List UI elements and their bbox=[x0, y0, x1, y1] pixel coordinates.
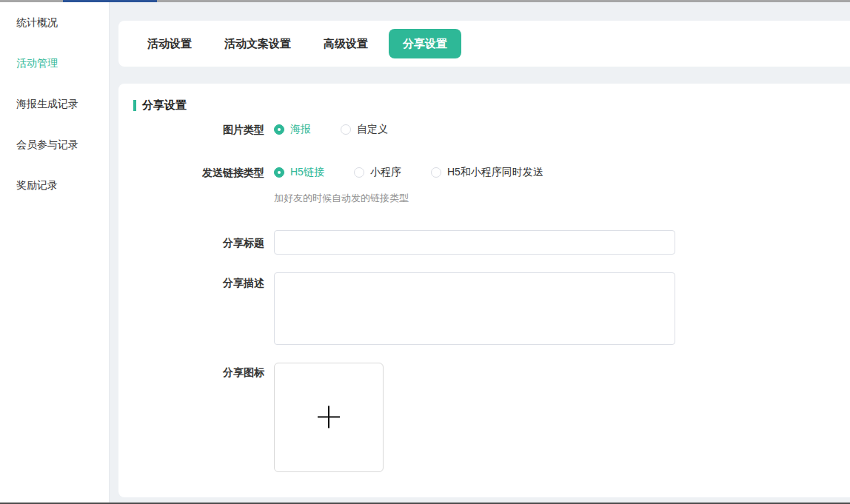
radio-label-h5-link: H5链接 bbox=[290, 166, 324, 179]
radio-option-custom[interactable]: 自定义 bbox=[341, 123, 388, 136]
sidebar-item-member-participation-records[interactable]: 会员参与记录 bbox=[0, 124, 109, 165]
radio-option-poster[interactable]: 海报 bbox=[274, 123, 311, 136]
share-description-textarea[interactable] bbox=[274, 272, 675, 345]
image-type-options: 海报 自定义 bbox=[274, 123, 388, 136]
radio-unchecked-icon[interactable] bbox=[354, 167, 364, 178]
share-description-control bbox=[274, 272, 675, 345]
radio-label-mini-program: 小程序 bbox=[370, 166, 401, 179]
radio-label-h5-and-mini-program: H5和小程序同时发送 bbox=[447, 166, 543, 179]
share-title-input[interactable] bbox=[274, 230, 675, 255]
sidebar: 统计概况 活动管理 海报生成记录 会员参与记录 奖励记录 bbox=[0, 2, 110, 504]
sidebar-item-reward-records[interactable]: 奖励记录 bbox=[0, 165, 109, 206]
radio-option-h5-link[interactable]: H5链接 bbox=[274, 166, 324, 179]
radio-unchecked-icon[interactable] bbox=[341, 124, 351, 135]
app-screen: 统计概况 活动管理 海报生成记录 会员参与记录 奖励记录 活动设置 活动文案设置… bbox=[0, 0, 850, 504]
sidebar-item-stats-overview[interactable]: 统计概况 bbox=[0, 2, 109, 43]
plus-icon bbox=[318, 406, 340, 428]
image-type-label: 图片类型 bbox=[118, 122, 264, 137]
tab-bar: 活动设置 活动文案设置 高级设置 分享设置 bbox=[118, 21, 850, 67]
radio-label-poster: 海报 bbox=[290, 123, 311, 136]
upload-image-button[interactable] bbox=[274, 363, 384, 472]
radio-checked-icon[interactable] bbox=[274, 124, 284, 135]
link-type-row: 发送链接类型 H5链接 小程序 H5和小程序同时发送 bbox=[118, 165, 543, 180]
radio-option-mini-program[interactable]: 小程序 bbox=[354, 166, 401, 179]
radio-label-custom: 自定义 bbox=[357, 123, 388, 136]
tab-activity-settings[interactable]: 活动设置 bbox=[147, 37, 192, 51]
section-accent-bar bbox=[133, 100, 136, 111]
share-icon-label: 分享图标 bbox=[118, 363, 264, 380]
tab-advanced-settings[interactable]: 高级设置 bbox=[324, 37, 368, 51]
share-icon-row: 分享图标 bbox=[118, 363, 384, 472]
sidebar-item-activity-management[interactable]: 活动管理 bbox=[0, 43, 109, 84]
share-icon-control bbox=[274, 363, 384, 472]
tab-activity-copy-settings[interactable]: 活动文案设置 bbox=[224, 37, 291, 51]
radio-unchecked-icon[interactable] bbox=[431, 167, 441, 178]
share-title-label: 分享标题 bbox=[118, 235, 264, 250]
top-scrollbar-thumb[interactable] bbox=[63, 0, 157, 2]
tab-share-settings[interactable]: 分享设置 bbox=[389, 29, 461, 58]
section-title: 分享设置 bbox=[142, 98, 187, 112]
top-scrollbar-track[interactable] bbox=[0, 0, 850, 2]
share-title-row: 分享标题 bbox=[118, 230, 675, 255]
link-type-options: H5链接 小程序 H5和小程序同时发送 bbox=[274, 166, 543, 179]
link-type-hint: 加好友的时候自动发的链接类型 bbox=[274, 192, 409, 204]
sidebar-item-poster-generation-records[interactable]: 海报生成记录 bbox=[0, 84, 109, 124]
image-type-row: 图片类型 海报 自定义 bbox=[118, 122, 388, 137]
share-description-row: 分享描述 bbox=[118, 272, 675, 345]
share-title-control bbox=[274, 230, 675, 255]
link-type-label: 发送链接类型 bbox=[118, 165, 264, 180]
share-settings-panel: 分享设置 图片类型 海报 自定义 发送链接类型 H5链接 bbox=[118, 84, 850, 497]
section-header: 分享设置 bbox=[133, 98, 187, 112]
radio-checked-icon[interactable] bbox=[274, 167, 284, 178]
radio-option-h5-and-mini-program[interactable]: H5和小程序同时发送 bbox=[431, 166, 543, 179]
share-description-label: 分享描述 bbox=[118, 272, 264, 290]
